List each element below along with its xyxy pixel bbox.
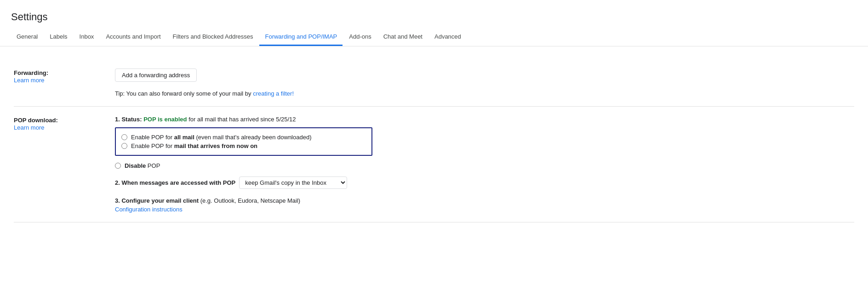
- pop-download-section: POP download: Learn more 1. Status: POP …: [14, 107, 854, 222]
- page-title: Settings: [0, 0, 868, 28]
- pop-option-all-mail[interactable]: Enable POP for all mail (even mail that'…: [121, 134, 366, 141]
- pop-content: 1. Status: POP is enabled for all mail t…: [115, 116, 854, 213]
- pop-status-line: 1. Status: POP is enabled for all mail t…: [115, 116, 854, 123]
- pop-learn-more-link[interactable]: Learn more: [14, 124, 44, 131]
- pop-option1-bold: all mail: [174, 134, 194, 141]
- pop-configure-label: 3. Configure your email client (e.g. Out…: [115, 197, 300, 204]
- tab-accounts-import[interactable]: Accounts and Import: [100, 28, 166, 46]
- tip-text-static: Tip: You can also forward only some of y…: [115, 90, 253, 97]
- pop-label: POP download:: [14, 117, 101, 124]
- pop-option3-bold: Disable: [125, 162, 146, 169]
- tab-forwarding-pop-imap[interactable]: Forwarding and POP/IMAP: [259, 28, 343, 46]
- pop-status-number: 1. Status:: [115, 116, 143, 123]
- pop-option3-text: Disable POP: [125, 162, 160, 169]
- pop-when-accessed-label: 2. When messages are accessed with POP: [115, 179, 235, 186]
- pop-configure-section: 3. Configure your email client (e.g. Out…: [115, 197, 854, 213]
- tab-chat-meet[interactable]: Chat and Meet: [378, 28, 428, 46]
- pop-status-enabled-text: POP is enabled: [143, 116, 187, 123]
- pop-configure-bold: 3. Configure your email client: [115, 197, 199, 204]
- content-area: Forwarding: Learn more Add a forwarding …: [0, 46, 868, 236]
- tab-labels[interactable]: Labels: [44, 28, 73, 46]
- add-forwarding-button[interactable]: Add a forwarding address: [115, 68, 197, 82]
- pop-option-from-now-on[interactable]: Enable POP for mail that arrives from no…: [121, 142, 366, 149]
- tab-general[interactable]: General: [11, 28, 43, 46]
- forwarding-label-area: Forwarding: Learn more: [14, 68, 115, 84]
- tab-inbox[interactable]: Inbox: [74, 28, 100, 46]
- forwarding-label: Forwarding:: [14, 69, 101, 76]
- pop-radio-all-mail[interactable]: [121, 134, 127, 140]
- forwarding-learn-more-link[interactable]: Learn more: [14, 77, 44, 84]
- forwarding-tip: Tip: You can also forward only some of y…: [115, 90, 854, 97]
- tab-addons[interactable]: Add-ons: [343, 28, 377, 46]
- forwarding-section: Forwarding: Learn more Add a forwarding …: [14, 59, 854, 107]
- tabs-bar: General Labels Inbox Accounts and Import…: [0, 28, 868, 46]
- pop-status-suffix: for all mail that has arrived since 5/25…: [187, 116, 296, 123]
- forwarding-content: Add a forwarding address Tip: You can al…: [115, 68, 854, 97]
- pop-when-accessed-row: 2. When messages are accessed with POP k…: [115, 176, 854, 189]
- configuration-instructions-link[interactable]: Configuration instructions: [115, 206, 854, 213]
- pop-options-box: Enable POP for all mail (even mail that'…: [115, 127, 372, 156]
- pop-when-accessed-bold: 2. When messages are accessed with POP: [115, 179, 235, 186]
- pop-radio-from-now-on[interactable]: [121, 143, 127, 149]
- creating-filter-link[interactable]: creating a filter!: [253, 90, 294, 97]
- pop-option-disable[interactable]: Disable POP: [115, 162, 854, 169]
- pop-when-accessed-select[interactable]: keep Gmail's copy in the Inbox mark Gmai…: [239, 176, 347, 189]
- tab-advanced[interactable]: Advanced: [429, 28, 467, 46]
- pop-radio-disable[interactable]: [115, 163, 121, 169]
- pop-option2-text: Enable POP for mail that arrives from no…: [131, 142, 257, 149]
- settings-page: Settings General Labels Inbox Accounts a…: [0, 0, 868, 296]
- pop-label-area: POP download: Learn more: [14, 116, 115, 131]
- tab-filters-blocked[interactable]: Filters and Blocked Addresses: [167, 28, 259, 46]
- pop-option1-text: Enable POP for all mail (even mail that'…: [131, 134, 312, 141]
- pop-option2-bold: mail that arrives from now on: [174, 142, 257, 149]
